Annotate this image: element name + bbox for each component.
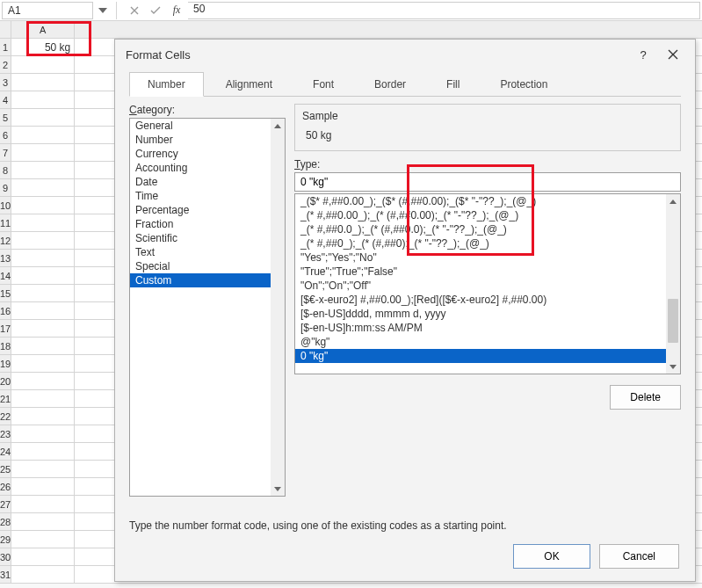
type-list[interactable]: _($* #,##0.00_);_($* (#,##0.00);_($* "-"… (294, 193, 681, 374)
type-item[interactable]: _($* #,##0.00_);_($* (#,##0.00);_($* "-"… (295, 194, 666, 208)
cell-A4[interactable] (11, 91, 75, 109)
cell-A29[interactable] (11, 531, 75, 548)
row-header-8[interactable]: 8 (0, 162, 11, 179)
cell-A30[interactable] (11, 548, 75, 566)
row-header-9[interactable]: 9 (0, 179, 11, 197)
category-item-time[interactable]: Time (130, 189, 285, 203)
row-header-21[interactable]: 21 (0, 390, 11, 408)
cell-A6[interactable] (11, 127, 75, 144)
tab-alignment[interactable]: Alignment (207, 72, 291, 97)
cell-A15[interactable] (11, 285, 75, 302)
cell-A2[interactable] (11, 56, 75, 74)
category-item-special[interactable]: Special (130, 259, 285, 273)
cell-A9[interactable] (11, 179, 75, 197)
cell-A26[interactable] (11, 478, 75, 496)
type-item[interactable]: "Yes";"Yes";"No" (295, 250, 666, 265)
row-header-24[interactable]: 24 (0, 443, 11, 461)
scroll-thumb[interactable] (668, 299, 678, 343)
cell-A23[interactable] (11, 425, 75, 443)
row-header-17[interactable]: 17 (0, 320, 11, 338)
row-header-2[interactable]: 2 (0, 56, 11, 74)
cell-A21[interactable] (11, 390, 75, 408)
scroll-down-icon[interactable] (666, 359, 680, 374)
type-item[interactable]: "On";"On";"Off" (295, 279, 666, 293)
cell-A3[interactable] (11, 74, 75, 91)
row-header-15[interactable]: 15 (0, 285, 11, 302)
fx-icon[interactable]: fx (167, 2, 186, 19)
row-header-25[interactable]: 25 (0, 461, 11, 478)
row-header-16[interactable]: 16 (0, 302, 11, 320)
cell-A17[interactable] (11, 320, 75, 338)
type-scrollbar[interactable] (666, 194, 680, 374)
row-header-14[interactable]: 14 (0, 267, 11, 285)
row-header-4[interactable]: 4 (0, 91, 11, 109)
row-header-23[interactable]: 23 (0, 425, 11, 443)
accept-formula-icon[interactable] (146, 2, 165, 19)
row-header-28[interactable]: 28 (0, 513, 11, 531)
cell-A24[interactable] (11, 443, 75, 461)
row-header-11[interactable]: 11 (0, 214, 11, 232)
cell-A25[interactable] (11, 461, 75, 478)
help-button[interactable]: ? (628, 42, 658, 67)
row-header-13[interactable]: 13 (0, 250, 11, 267)
scroll-down-icon[interactable] (271, 482, 285, 496)
category-scrollbar[interactable] (271, 119, 285, 496)
category-item-custom[interactable]: Custom (130, 273, 285, 287)
select-all-corner[interactable] (0, 21, 11, 39)
row-header-27[interactable]: 27 (0, 496, 11, 513)
row-header-12[interactable]: 12 (0, 232, 11, 250)
cell-A13[interactable] (11, 250, 75, 267)
category-item-general[interactable]: General (130, 119, 285, 133)
category-item-percentage[interactable]: Percentage (130, 203, 285, 217)
type-item[interactable]: _(* #,##0.0_);_(* (#,##0.0);_(* "-"??_);… (295, 222, 666, 236)
delete-button[interactable]: Delete (610, 385, 681, 410)
cell-A22[interactable] (11, 408, 75, 425)
type-item[interactable]: @"kg" (295, 335, 666, 349)
cell-A11[interactable] (11, 214, 75, 232)
row-header-3[interactable]: 3 (0, 74, 11, 91)
cell-A1[interactable]: 50 kg (11, 39, 75, 56)
cell-A28[interactable] (11, 513, 75, 531)
cancel-button[interactable]: Cancel (599, 544, 679, 569)
cell-A12[interactable] (11, 232, 75, 250)
row-header-1[interactable]: 1 (0, 39, 11, 56)
row-header-22[interactable]: 22 (0, 408, 11, 425)
type-item[interactable]: [$-en-US]h:mm:ss AM/PM (295, 321, 666, 335)
row-header-18[interactable]: 18 (0, 338, 11, 355)
cell-A8[interactable] (11, 162, 75, 179)
cell-A19[interactable] (11, 355, 75, 373)
row-header-5[interactable]: 5 (0, 109, 11, 127)
dialog-titlebar[interactable]: Format Cells ? (115, 40, 695, 69)
type-item[interactable]: _(* #,##0_);_(* (#,##0);_(* "-"??_);_(@_… (295, 236, 666, 250)
row-header-20[interactable]: 20 (0, 373, 11, 390)
row-header-30[interactable]: 30 (0, 548, 11, 566)
ok-button[interactable]: OK (513, 544, 590, 569)
type-item[interactable]: [$€-x-euro2] #,##0.00_);[Red]([$€-x-euro… (295, 293, 666, 307)
tab-border[interactable]: Border (356, 72, 424, 97)
cancel-formula-icon[interactable] (125, 2, 144, 19)
name-box[interactable]: A1 (2, 2, 93, 19)
cell-A18[interactable] (11, 338, 75, 355)
type-item[interactable]: [$-en-US]dddd, mmmm d, yyyy (295, 307, 666, 321)
cell-A5[interactable] (11, 109, 75, 127)
scroll-up-icon[interactable] (666, 194, 680, 208)
scroll-up-icon[interactable] (271, 119, 285, 133)
cell-A10[interactable] (11, 197, 75, 214)
row-header-7[interactable]: 7 (0, 144, 11, 162)
cell-A16[interactable] (11, 302, 75, 320)
tab-protection[interactable]: Protection (481, 72, 566, 97)
col-header-B[interactable] (75, 21, 702, 39)
type-item[interactable]: 0 "kg" (295, 349, 666, 363)
tab-font[interactable]: Font (294, 72, 352, 97)
category-item-currency[interactable]: Currency (130, 147, 285, 161)
type-item[interactable]: "True";"True";"False" (295, 265, 666, 279)
name-box-dropdown[interactable] (95, 8, 111, 13)
cell-A20[interactable] (11, 373, 75, 390)
close-button[interactable] (658, 42, 688, 67)
row-header-29[interactable]: 29 (0, 531, 11, 548)
category-item-accounting[interactable]: Accounting (130, 161, 285, 175)
cell-A14[interactable] (11, 267, 75, 285)
row-header-10[interactable]: 10 (0, 197, 11, 214)
type-item[interactable]: _(* #,##0.00_);_(* (#,##0.00);_(* "-"??_… (295, 208, 666, 222)
row-header-31[interactable]: 31 (0, 566, 11, 584)
